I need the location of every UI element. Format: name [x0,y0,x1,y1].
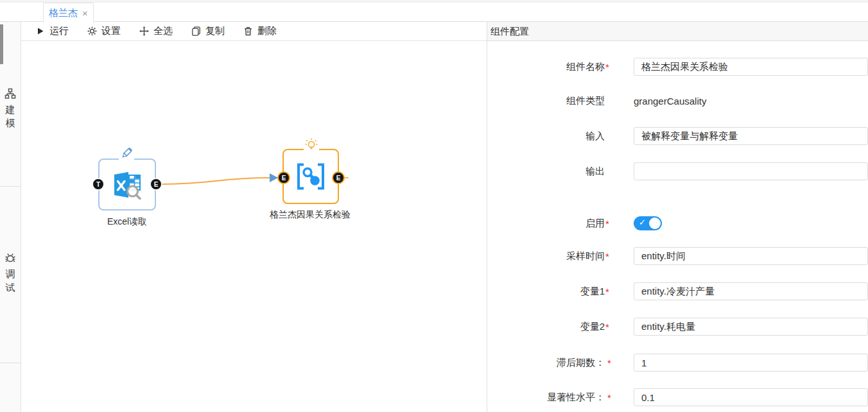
excel-icon [112,170,142,200]
edge-excel-to-granger[interactable] [157,178,270,184]
delete-label: 删除 [257,25,277,37]
select-all-label: 全选 [153,25,173,37]
form-row-variable1: 变量1 * [487,282,868,300]
copy-icon [191,26,201,36]
component-type-value: grangerCausality [634,96,706,107]
tab-close-icon[interactable]: × [82,8,88,18]
form-row-variable2: 变量2 * [487,318,868,336]
required-asterisk: * [605,62,611,73]
port-granger-left[interactable]: E [277,171,290,184]
lag-order-input[interactable] [634,354,868,372]
sidebar-item-label: 建模 [5,103,15,130]
required-asterisk: * [605,218,611,229]
sidebar-item-label: 调试 [5,267,15,294]
form-row-component-type: 组件类型 grangerCausality [487,94,868,108]
port-excel-left[interactable]: T [92,178,105,191]
workflow-canvas-panel: 运行 设置 全选 [21,22,487,412]
node-label-granger: 格兰杰因果关系检验 [258,209,362,221]
delete-button[interactable]: 删除 [243,25,277,37]
sidebar-scrollbar[interactable] [0,24,3,64]
trash-icon [243,26,253,36]
component-config-panel: 组件配置 组件名称 * 组件类型 grangerCausality 输入 [487,22,868,412]
workflow-canvas[interactable]: T E Excel读取 E E [21,41,487,412]
sidebar-item-modeling[interactable]: 建模 [0,88,21,130]
settings-label: 设置 [101,25,121,37]
field-label: 滞后期数： [487,357,605,369]
required-asterisk: * [605,322,611,332]
tab-granger[interactable]: 格兰杰 × [43,3,94,22]
bulb-icon [304,137,319,153]
sidebar-item-debug[interactable]: 调试 [0,251,21,294]
form-row-sample-time: 采样时间 * [487,247,868,265]
enabled-toggle[interactable]: ✓ [634,216,662,230]
form-row-lag-order: 滞后期数： * [487,354,868,372]
run-button[interactable]: 运行 [35,25,69,37]
settings-button[interactable]: 设置 [87,25,121,37]
copy-button[interactable]: 复制 [191,25,225,37]
bug-icon [4,251,17,264]
tab-label: 格兰杰 [49,7,78,19]
required-asterisk: * [605,286,611,297]
toggle-knob [649,218,661,229]
variable2-input[interactable] [634,318,868,336]
field-label: 组件名称 [487,61,605,73]
form-row-enabled: 启用 * ✓ [487,216,868,230]
node-granger-causality[interactable] [282,149,339,204]
form-row-input: 输入 [487,127,868,145]
field-label: 输入 [487,130,605,142]
node-excel-read[interactable] [98,159,156,210]
field-label: 变量1 [487,286,605,298]
sitemap-icon [4,88,16,99]
required-asterisk: * [607,392,612,403]
field-label: 采样时间 [487,250,605,262]
left-sidebar: 建模 调试 [0,22,21,412]
field-label: 变量2 [487,321,605,333]
sample-time-input[interactable] [634,247,868,265]
tab-bar: 格兰杰 × [0,0,868,22]
form-row-output: 输出 [487,162,868,180]
variable1-input[interactable] [634,282,868,300]
panel-title: 组件配置 [487,22,868,41]
form-row-component-name: 组件名称 * [487,58,868,76]
canvas-toolbar: 运行 设置 全选 [21,22,487,41]
sidebar-divider [0,363,21,363]
check-icon: ✓ [639,218,646,227]
select-all-button[interactable]: 全选 [139,25,173,37]
edit-pencil-icon[interactable] [119,146,134,161]
output-field[interactable] [634,162,868,180]
field-label: 组件类型 [487,95,605,107]
sidebar-divider [0,186,21,187]
form-row-significance-level: 显著性水平： * [487,388,868,406]
move-icon [139,26,149,36]
component-name-input[interactable] [634,58,868,76]
gear-icon [87,26,97,36]
field-label: 启用 [487,218,605,230]
field-label: 显著性水平： [487,391,605,404]
node-label-excel: Excel读取 [89,216,166,228]
field-label: 输出 [487,166,605,178]
required-asterisk: * [605,251,611,262]
significance-level-input[interactable] [634,388,868,406]
run-label: 运行 [49,25,69,37]
analysis-icon [295,162,326,191]
copy-label: 复制 [205,25,225,37]
input-field[interactable] [634,127,868,145]
required-asterisk: * [607,357,612,368]
config-form: 组件名称 * 组件类型 grangerCausality 输入 [487,41,868,412]
port-excel-right[interactable]: E [150,178,162,191]
play-icon [35,26,45,36]
top-strip [0,0,868,3]
port-granger-right[interactable]: E [332,171,345,184]
